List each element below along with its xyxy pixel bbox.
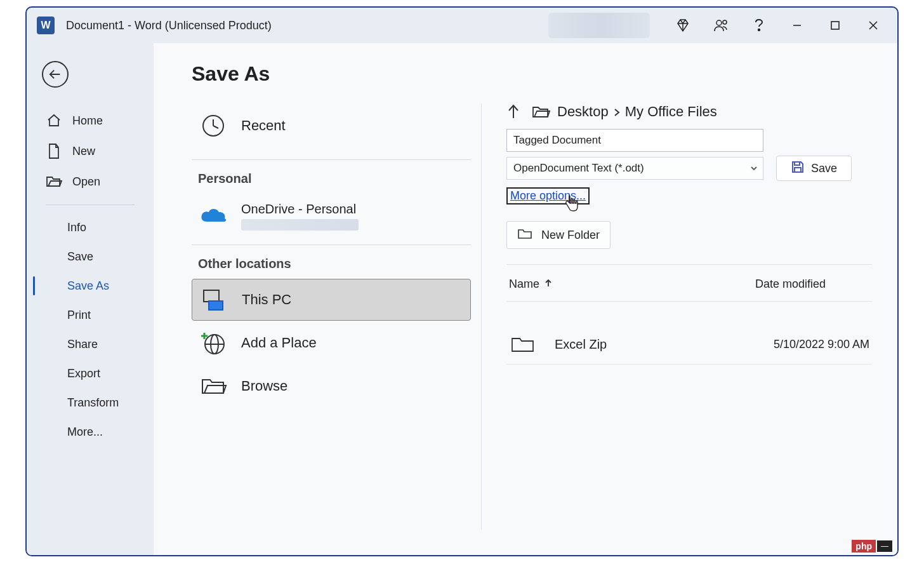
sidebar-divider — [46, 204, 135, 205]
save-icon — [791, 160, 805, 177]
nav-new[interactable]: New — [27, 136, 154, 166]
svg-point-2 — [758, 29, 760, 30]
nav-share[interactable]: Share — [27, 330, 154, 359]
column-name-label: Name — [509, 278, 539, 291]
svg-line-10 — [213, 126, 218, 128]
nav-save-as-label: Save As — [67, 279, 109, 293]
breadcrumb-desktop[interactable]: Desktop — [557, 104, 609, 120]
help-icon[interactable] — [741, 11, 777, 40]
save-button-label: Save — [811, 162, 837, 175]
titlebar: W Document1 - Word (Unlicensed Product) — [27, 8, 897, 43]
more-options-link[interactable]: More options... — [506, 187, 590, 204]
app-window: W Document1 - Word (Unlicensed Product) — [25, 6, 899, 556]
breadcrumb-folder[interactable]: My Office Files — [625, 104, 717, 120]
recent-icon — [199, 112, 227, 140]
nav-share-label: Share — [67, 338, 98, 351]
browse-icon — [199, 372, 227, 400]
breadcrumb: Desktop My Office Files — [506, 104, 872, 120]
file-list-headers: Name Date modified — [506, 265, 872, 301]
location-this-pc[interactable]: This PC — [192, 279, 471, 321]
filename-value: Tagged Document — [513, 134, 601, 147]
column-modified-label: Date modified — [755, 278, 826, 290]
filetype-value: OpenDocument Text (*.odt) — [513, 162, 644, 175]
nav-export-label: Export — [67, 367, 100, 380]
watermark: php — — [852, 540, 892, 553]
nav-save-label: Save — [67, 250, 93, 264]
minimize-button[interactable] — [779, 11, 815, 40]
word-icon: W — [37, 17, 55, 34]
svg-rect-19 — [795, 162, 800, 165]
backstage-sidebar: Home New Open Info Save Save As Print Sh… — [27, 43, 154, 555]
filetype-dropdown[interactable]: OpenDocument Text (*.odt) — [506, 157, 763, 180]
location-onedrive[interactable]: OneDrive - Personal — [192, 194, 471, 238]
diamond-icon[interactable] — [665, 11, 701, 40]
watermark-php: php — [852, 540, 876, 553]
file-row[interactable]: Excel Zip 5/10/2022 9:00 AM — [506, 325, 872, 365]
folder-icon — [532, 105, 550, 119]
chevron-right-icon — [614, 104, 620, 121]
file-list: Excel Zip 5/10/2022 9:00 AM — [506, 302, 872, 365]
onedrive-account-blurred — [241, 219, 359, 231]
save-button[interactable]: Save — [776, 156, 852, 181]
location-browse-label: Browse — [241, 378, 287, 394]
main-area: Home New Open Info Save Save As Print Sh… — [27, 43, 897, 555]
account-icon[interactable] — [703, 11, 739, 40]
new-folder-label: New Folder — [541, 229, 600, 242]
location-add-place[interactable]: Add a Place — [192, 322, 471, 364]
open-icon — [46, 173, 62, 190]
up-one-level-button[interactable] — [506, 104, 520, 119]
save-panel: Desktop My Office Files Tagged Document … — [471, 104, 897, 555]
account-area-blurred — [548, 13, 650, 38]
nav-open-label: Open — [72, 175, 100, 189]
location-recent[interactable]: Recent — [192, 105, 471, 147]
nav-new-label: New — [72, 145, 95, 158]
nav-home-label: Home — [72, 114, 103, 128]
svg-rect-12 — [209, 301, 223, 310]
page-title: Save As — [192, 62, 897, 86]
locations-personal-header: Personal — [198, 171, 471, 186]
folder-icon — [509, 333, 537, 355]
nav-more[interactable]: More... — [27, 417, 154, 446]
locations-panel: Recent Personal OneDrive - Personal — [154, 104, 471, 555]
location-onedrive-label: OneDrive - Personal — [241, 202, 359, 217]
locations-other-header: Other locations — [198, 257, 471, 271]
nav-export[interactable]: Export — [27, 359, 154, 388]
location-recent-label: Recent — [241, 117, 286, 134]
titlebar-right — [548, 11, 891, 40]
backstage-content: Save As Recent Personal — [154, 43, 897, 555]
nav-more-label: More... — [67, 426, 103, 439]
close-button[interactable] — [855, 11, 891, 40]
file-name: Excel Zip — [555, 337, 742, 352]
maximize-button[interactable] — [817, 11, 853, 40]
nav-print-label: Print — [67, 309, 91, 322]
svg-rect-4 — [831, 22, 839, 29]
location-add-place-label: Add a Place — [241, 335, 317, 351]
column-name[interactable]: Name — [509, 278, 755, 291]
panel-vertical-divider — [481, 104, 482, 530]
nav-home[interactable]: Home — [27, 105, 154, 136]
window-title: Document1 - Word (Unlicensed Product) — [66, 19, 272, 32]
location-browse[interactable]: Browse — [192, 365, 471, 407]
chevron-down-icon — [750, 162, 758, 175]
file-date: 5/10/2022 9:00 AM — [742, 338, 869, 351]
home-icon — [46, 112, 62, 129]
nav-print[interactable]: Print — [27, 300, 154, 330]
location-this-pc-label: This PC — [242, 292, 291, 308]
sort-ascending-icon — [544, 278, 552, 291]
filename-input[interactable]: Tagged Document — [506, 129, 763, 152]
svg-rect-11 — [204, 290, 219, 302]
new-folder-button[interactable]: New Folder — [506, 221, 610, 249]
nav-save[interactable]: Save — [27, 242, 154, 271]
nav-save-as[interactable]: Save As — [27, 271, 154, 300]
nav-info[interactable]: Info — [27, 213, 154, 242]
column-modified[interactable]: Date modified — [755, 278, 869, 291]
nav-open[interactable]: Open — [27, 166, 154, 197]
nav-transform-label: Transform — [67, 396, 119, 410]
add-place-icon — [199, 329, 227, 357]
back-button[interactable] — [42, 61, 69, 88]
new-icon — [46, 143, 62, 159]
svg-point-0 — [716, 20, 722, 25]
nav-info-label: Info — [67, 221, 86, 234]
nav-transform[interactable]: Transform — [27, 388, 154, 417]
onedrive-icon — [199, 202, 227, 230]
